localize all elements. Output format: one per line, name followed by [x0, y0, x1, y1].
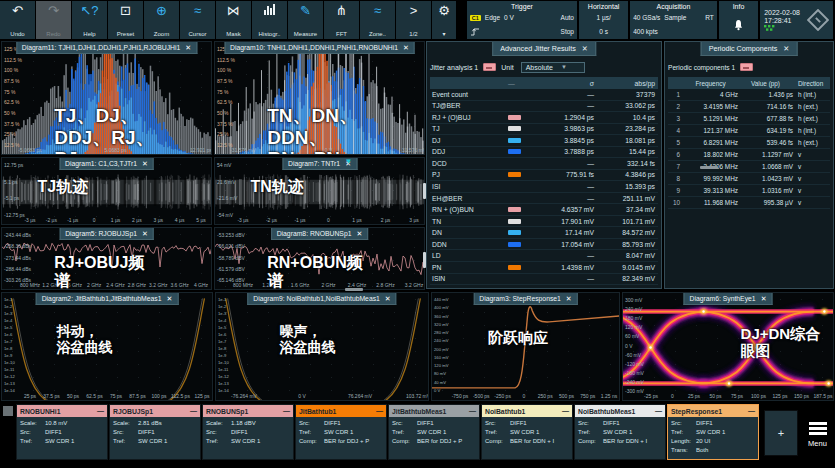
mask-button[interactable]: ⋈Mask [216, 1, 251, 39]
diagram-d8[interactable]: Diagram8: RNOBUNSp1✕-53.253 dBV-56.021 d… [214, 227, 425, 290]
jitter-result-row[interactable]: TN17.901 mV101.71 mV [430, 216, 658, 228]
undo-button[interactable]: ↶Undo [0, 1, 35, 39]
signal-badge-noibathtubmeas1[interactable]: NoiBathtubMeas1—Src:DIFF1Tref:SW CDR 1Co… [574, 404, 666, 460]
jitter-result-row[interactable]: DDJ3.7888 ps15.44 ps [430, 147, 658, 159]
badge-header[interactable]: JitBathtub1— [296, 405, 386, 417]
minimize-icon[interactable]: — [562, 408, 569, 414]
plot-canvas[interactable] [432, 293, 620, 401]
jitter-result-row[interactable]: DJ3.8845 ps18.081 ps [430, 135, 658, 147]
splitter-handle[interactable] [700, 166, 718, 169]
signal-bar-stub[interactable] [3, 406, 13, 416]
preset-button[interactable]: ⊡Preset [108, 1, 143, 39]
minimize-icon[interactable]: — [190, 408, 197, 414]
periodic-component-row[interactable]: 56.8291 MHz539.46 fsh (ext.) [668, 137, 830, 149]
periodic-component-row[interactable]: 899.992 MHz1.0423 mVv [668, 173, 830, 185]
badge-header[interactable]: JitBathtubMeas1— [389, 405, 479, 417]
histogram-button[interactable]: Histogr.. [252, 1, 287, 39]
splitter-handle[interactable] [423, 183, 426, 199]
redo-button[interactable]: ↷Redo [36, 1, 71, 39]
tab-periodic-components[interactable]: Periodic Components ✕ [701, 42, 798, 56]
diagram-d5[interactable]: Diagram5: RJOBUJSp1✕-243.44 dBs-258.36 d… [1, 227, 212, 290]
diagram-tab[interactable]: Diagram5: RJOBUJSp1✕ [59, 228, 154, 240]
fft-button[interactable]: ⋔FFT [324, 1, 359, 39]
periodic-component-row[interactable]: 4121.37 MHz634.19 fsh (int.) [668, 125, 830, 137]
jitter-result-row[interactable]: DDN17.054 mV85.793 mV [430, 239, 658, 251]
periodic-component-row[interactable]: 939.313 MHz1.0316 mVv [668, 185, 830, 197]
close-icon[interactable]: ✕ [185, 44, 191, 52]
diagram-d11[interactable]: Diagram11: TJHi1,DJHi1,DDJHi1,PJHi1,RJOB… [1, 41, 212, 155]
horizontal-panel[interactable]: Horizontal 1 µs/ 0 s [579, 1, 628, 39]
periodic-component-row[interactable]: 14 GHz1.436 psh (int.) [668, 89, 830, 101]
close-icon[interactable]: ✕ [142, 160, 148, 168]
jitter-result-row[interactable]: PJ775.91 fs4.3846 ps [430, 170, 658, 182]
minimize-icon[interactable]: — [97, 408, 104, 414]
jitter-result-row[interactable]: RN + (O)BUN4.6357 mV37.34 mV [430, 204, 658, 216]
signal-badge-noibathtub1[interactable]: NoiBathtub1—Src:DIFF1Tref:SW CDR 1Comp:B… [481, 404, 573, 460]
next-page-button[interactable]: >1/2 [396, 1, 431, 39]
periodic-component-row[interactable]: 618.802 MHz1.1297 mVv [668, 149, 830, 161]
jitter-result-row[interactable]: DCD—332.14 fs [430, 158, 658, 170]
add-signal-button[interactable]: + [764, 410, 798, 456]
close-icon[interactable]: ✕ [142, 230, 148, 238]
help-button[interactable]: ↖?Help [72, 1, 107, 39]
periodic-component-row[interactable]: 23.4195 MHz714.16 fsh (ext.) [668, 101, 830, 113]
measure-button[interactable]: ✎Measure [288, 1, 323, 39]
signal-badge-rnobunsp1[interactable]: RNOBUNSp1—Scale:1.18 dBVSrc:DIFF1Tref:SW… [202, 404, 294, 460]
close-icon[interactable]: ✕ [582, 44, 588, 53]
close-icon[interactable]: ✕ [166, 295, 172, 303]
diagram-d10[interactable]: Diagram10: TNHi1,DNHi1,DDNHi1,PNHi1,RNOB… [214, 41, 425, 155]
periodic-component-row[interactable]: 73.4206 MHz1.0668 mVv [668, 161, 830, 173]
jitter-result-row[interactable]: Event count—37379 [430, 89, 658, 101]
diagram-tab[interactable]: Diagram1: C1,C3,TJTr1✕ [59, 158, 154, 170]
badge-header[interactable]: RJOBUJSp1— [110, 405, 200, 417]
diagram-tab[interactable]: Diagram6: SynthEye1✕ [684, 293, 773, 305]
diagram-d3[interactable]: Diagram3: StepResponse1✕440 mV400 mV360 … [431, 292, 620, 401]
minimize-icon[interactable]: — [283, 408, 290, 414]
badge-header[interactable]: StepResponse1— [668, 405, 758, 417]
minimize-icon[interactable]: — [469, 408, 476, 414]
periodic-component-row[interactable]: 1011.968 MHz995.38 µVv [668, 197, 830, 209]
close-icon[interactable]: ✕ [385, 295, 391, 303]
minimize-icon[interactable]: — [655, 408, 662, 414]
diagram-d2[interactable]: Diagram2: JitBathtub1,JitBathtubMeas1✕1e… [1, 292, 213, 401]
trigger-panel[interactable]: Trigger C1 Edge 0 V Auto Stop [467, 1, 577, 39]
tab-advanced-jitter-results[interactable]: Advanced Jitter Results ✕ [492, 42, 596, 56]
jitter-result-row[interactable]: TJ@BER—33.062 ps [430, 101, 658, 113]
minimize-icon[interactable]: — [748, 408, 755, 414]
badge-header[interactable]: NoiBathtub1— [482, 405, 572, 417]
badge-header[interactable]: NoiBathtubMeas1— [575, 405, 665, 417]
signal-badge-jitbathtub1[interactable]: JitBathtub1—Src:DIFF1Tref:SW CDR 1Comp:B… [295, 404, 387, 460]
jitter-result-row[interactable]: LD—8.047 mV [430, 250, 658, 262]
jitter-result-row[interactable]: TJ3.9863 ps23.284 ps [430, 124, 658, 136]
diagram-d9[interactable]: Diagram9: NoiBathtub1,NoiBathtubMeas1✕1e… [215, 292, 429, 401]
signal-badge-rjobujsp1[interactable]: RJOBUJSp1—Scale:2.81 dBsSrc:DIFF1Tref:SW… [109, 404, 201, 460]
diagram-d6[interactable]: Diagram6: SynthEye1✕300 mV240 mV180 mV12… [622, 292, 834, 401]
jitter-result-row[interactable]: PN1.4398 mV9.0145 mV [430, 262, 658, 274]
periodic-component-row[interactable]: 35.1291 MHz677.88 fsh (ext.) [668, 113, 830, 125]
close-icon[interactable]: ✕ [783, 44, 789, 53]
info-panel[interactable]: Info [719, 1, 758, 39]
badge-header[interactable]: RNOBUNHi1— [17, 405, 107, 417]
jitter-result-row[interactable]: RJ + (O)BUJ1.2904 ps10.4 ps [430, 112, 658, 124]
diagram-tab[interactable]: Diagram8: RNOBUNSp1✕ [271, 228, 369, 240]
minimize-icon[interactable]: — [376, 408, 383, 414]
close-icon[interactable]: ✕ [356, 230, 362, 238]
acquisition-panel[interactable]: Acquisition 40 GSa/s Sample RT 400 kpts [630, 1, 717, 39]
diagram-tab[interactable]: Diagram10: TNHi1,DNHi1,DDNHi1,PNHi1,RNOB… [224, 42, 415, 54]
jitter-result-row[interactable]: EH@BER—251.11 mV [430, 193, 658, 205]
diagram-d1[interactable]: Diagram1: C1,C3,TJTr1✕12.75 ps5.1 ps-5.1… [1, 157, 212, 225]
signal-badge-jitbathtubmeas1[interactable]: JitBathtubMeas1—Src:DIFF1Tref:SW CDR 1Co… [388, 404, 480, 460]
diagram-d7[interactable]: Diagram7: TNTr1✕54 mV21.6 mV-21.6 mV-54 … [214, 157, 425, 225]
unit-dropdown[interactable]: Absolute ▼ [521, 62, 585, 73]
cursor-button[interactable]: ≈Cursor [180, 1, 215, 39]
jitter-result-row[interactable]: DN17.14 mV84.572 mV [430, 227, 658, 239]
jitter-result-row[interactable]: ISI—15.393 ps [430, 181, 658, 193]
signal-badge-stepresponse1[interactable]: StepResponse1—Src:DIFF1Tref:SW CDR 1Leng… [667, 404, 759, 460]
diagram-tab[interactable]: Diagram2: JitBathtub1,JitBathtubMeas1✕ [36, 293, 179, 305]
zone-button[interactable]: ≈Zone.. [360, 1, 395, 39]
settings-button[interactable]: ⚙▾ [432, 1, 456, 39]
diagram-tab[interactable]: Diagram11: TJHi1,DJHi1,DDJHi1,PJHi1,RJOB… [16, 42, 197, 54]
badge-header[interactable]: RNOBUNSp1— [203, 405, 293, 417]
trigger-position-marker[interactable]: ▼ [345, 157, 353, 166]
close-icon[interactable]: ✕ [566, 295, 572, 303]
